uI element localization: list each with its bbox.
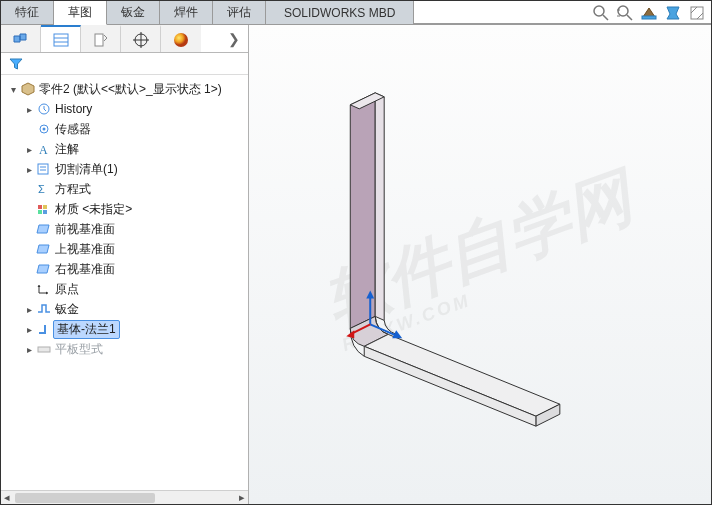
svg-rect-5: [691, 7, 703, 19]
tab-mbd[interactable]: SOLIDWORKS MBD: [266, 1, 414, 24]
assembly-icon: [11, 31, 31, 49]
expand-toggle[interactable]: ▸: [23, 304, 35, 315]
panel-tab-appearance[interactable]: [161, 25, 201, 52]
expand-toggle[interactable]: ▸: [23, 164, 35, 175]
tree-item-front-plane[interactable]: ▸ 前视基准面: [5, 219, 248, 239]
tree-item-top-plane[interactable]: ▸ 上视基准面: [5, 239, 248, 259]
expand-toggle[interactable]: ▾: [7, 84, 19, 95]
tree-item-label: 方程式: [53, 181, 91, 198]
expand-toggle[interactable]: ▸: [23, 344, 35, 355]
tree-root[interactable]: ▾ 零件2 (默认<<默认>_显示状态 1>): [5, 79, 248, 99]
tab-evaluate[interactable]: 评估: [213, 1, 266, 24]
tree-item-label: 基体-法兰1: [53, 320, 120, 339]
tree-item-label: 注解: [53, 141, 79, 158]
tree-item-annotations[interactable]: ▸ A 注解: [5, 139, 248, 159]
svg-point-13: [174, 33, 188, 47]
expand-toggle[interactable]: ▸: [23, 104, 35, 115]
panel-tab-property[interactable]: [81, 25, 121, 52]
tab-sketch[interactable]: 草图: [54, 1, 107, 25]
origin-icon: [35, 282, 53, 296]
svg-rect-9: [95, 34, 103, 46]
svg-line-3: [627, 15, 632, 20]
material-icon: [35, 202, 53, 216]
panel-tab-assembly[interactable]: [1, 25, 41, 52]
tree-item-label: History: [53, 102, 92, 116]
svg-rect-23: [43, 205, 47, 209]
plane-icon: [35, 262, 53, 276]
panel-tab-featuretree[interactable]: [41, 25, 81, 52]
scroll-thumb[interactable]: [15, 493, 155, 503]
tree-item-right-plane[interactable]: ▸ 右视基准面: [5, 259, 248, 279]
sheetmetal-icon: [35, 302, 53, 316]
svg-rect-24: [38, 210, 42, 214]
zoom-fit-icon[interactable]: [615, 3, 635, 23]
graphics-viewport[interactable]: 软件自学网 RJZXW.COM: [249, 25, 711, 504]
panel-tabs: ❯: [1, 25, 248, 53]
tree-item-material[interactable]: ▸ 材质 <未指定>: [5, 199, 248, 219]
tab-weldments[interactable]: 焊件: [160, 1, 213, 24]
tree-item-label: 传感器: [53, 121, 91, 138]
tree-item-label: 钣金: [53, 301, 79, 318]
sphere-icon: [171, 31, 191, 49]
tree-item-flatpattern[interactable]: ▸ 平板型式: [5, 339, 248, 359]
part-icon: [19, 82, 37, 96]
svg-marker-28: [375, 93, 384, 321]
expand-toggle[interactable]: ▸: [23, 324, 35, 335]
plane-icon: [35, 222, 53, 236]
list-icon: [51, 31, 71, 49]
svg-rect-6: [54, 34, 68, 46]
zoom-icon[interactable]: [591, 3, 611, 23]
view-toolstrip: [591, 3, 707, 23]
svg-rect-4: [642, 16, 656, 19]
funnel-icon[interactable]: [7, 57, 25, 71]
flatpattern-icon: [35, 342, 53, 356]
svg-line-1: [603, 15, 608, 20]
svg-point-2: [618, 6, 628, 16]
tree-item-label: 平板型式: [53, 341, 103, 358]
tree-filter-bar: [1, 53, 248, 75]
baseflange-icon: [35, 322, 53, 336]
svg-point-0: [594, 6, 604, 16]
svg-rect-18: [38, 164, 48, 174]
cutlist-icon: [35, 162, 53, 176]
sensor-icon: [35, 122, 53, 136]
model-render: [249, 25, 711, 504]
tree-item-equations[interactable]: ▸ Σ 方程式: [5, 179, 248, 199]
tree-item-sheetmetal[interactable]: ▸ 钣金: [5, 299, 248, 319]
panel-tab-config[interactable]: [121, 25, 161, 52]
section-view-icon[interactable]: [639, 3, 659, 23]
appearance-icon[interactable]: [663, 3, 683, 23]
svg-point-16: [43, 128, 46, 131]
tree-item-origin[interactable]: ▸ 原点: [5, 279, 248, 299]
tree-root-label: 零件2 (默认<<默认>_显示状态 1>): [37, 81, 222, 98]
svg-text:Σ: Σ: [38, 183, 45, 195]
properties-icon: [91, 31, 111, 49]
tab-sheetmetal[interactable]: 钣金: [107, 1, 160, 24]
main-area: ❯ ▾ 零件2 (默认<<默认>_显示状态 1>) ▸ History: [1, 25, 711, 504]
tree-item-history[interactable]: ▸ History: [5, 99, 248, 119]
tree-hscrollbar[interactable]: ◂ ▸: [1, 490, 248, 504]
tree-item-sensors[interactable]: ▸ 传感器: [5, 119, 248, 139]
history-icon: [35, 102, 53, 116]
panel-tabs-overflow[interactable]: ❯: [201, 25, 248, 52]
feature-tree: ▾ 零件2 (默认<<默认>_显示状态 1>) ▸ History ▸ 传感器: [1, 75, 248, 504]
scroll-left-icon[interactable]: ◂: [1, 491, 13, 504]
tree-item-baseflange[interactable]: ▸ 基体-法兰1: [5, 319, 248, 339]
tree-item-label: 右视基准面: [53, 261, 115, 278]
plane-icon: [35, 242, 53, 256]
tab-features[interactable]: 特征: [1, 1, 54, 24]
feature-manager-panel: ❯ ▾ 零件2 (默认<<默认>_显示状态 1>) ▸ History: [1, 25, 249, 504]
tree-item-label: 切割清单(1): [53, 161, 118, 178]
expand-toggle[interactable]: ▸: [23, 144, 35, 155]
tree-item-label: 原点: [53, 281, 79, 298]
tree-item-cutlist[interactable]: ▸ 切割清单(1): [5, 159, 248, 179]
svg-marker-30: [364, 334, 560, 416]
scroll-right-icon[interactable]: ▸: [236, 491, 248, 504]
tree-item-label: 上视基准面: [53, 241, 115, 258]
settings-icon[interactable]: [687, 3, 707, 23]
svg-rect-25: [43, 210, 47, 214]
tree-item-label: 材质 <未指定>: [53, 201, 132, 218]
annotation-icon: A: [35, 142, 53, 156]
svg-rect-26: [38, 347, 50, 352]
svg-text:A: A: [39, 143, 48, 156]
